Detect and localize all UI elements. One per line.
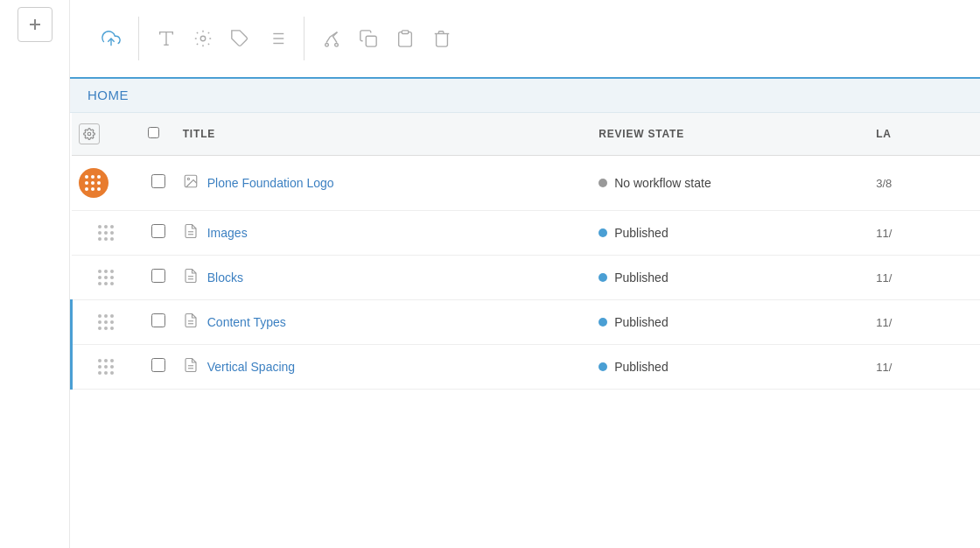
review-state-cell: Published bbox=[592, 300, 869, 345]
row-checkbox[interactable] bbox=[151, 313, 165, 327]
cut-button[interactable] bbox=[315, 22, 348, 55]
table-row: Images Published 11/ bbox=[72, 211, 981, 256]
tag-button[interactable] bbox=[223, 22, 256, 55]
title-content: Vertical Spacing bbox=[183, 357, 584, 376]
breadcrumb-home[interactable]: HOME bbox=[88, 88, 129, 102]
title-cell: Images bbox=[176, 211, 592, 256]
copy-button[interactable] bbox=[352, 22, 385, 55]
state-label: Published bbox=[614, 360, 668, 374]
delete-button[interactable] bbox=[425, 22, 458, 55]
title-cell: Blocks bbox=[176, 256, 592, 300]
item-link[interactable]: Plone Foundation Logo bbox=[207, 176, 334, 190]
review-state-cell: No workflow state bbox=[592, 156, 869, 211]
drag-handle[interactable] bbox=[80, 314, 134, 331]
column-settings[interactable] bbox=[72, 113, 107, 155]
drag-handle-cell[interactable] bbox=[72, 300, 141, 345]
title-content: Blocks bbox=[183, 268, 584, 287]
document-icon bbox=[183, 223, 199, 242]
checkbox-cell bbox=[141, 156, 176, 211]
image-icon bbox=[183, 173, 199, 193]
table-body: Plone Foundation Logo No workflow state … bbox=[72, 156, 981, 390]
svg-line-18 bbox=[333, 37, 337, 43]
drag-dots-icon bbox=[98, 314, 115, 331]
row-checkbox[interactable] bbox=[151, 174, 165, 188]
table-row: Blocks Published 11/ bbox=[72, 256, 981, 300]
last-modified-cell: 11/ bbox=[869, 345, 980, 390]
review-state: No workflow state bbox=[598, 176, 862, 190]
svg-line-15 bbox=[326, 37, 330, 43]
drag-handle-cell[interactable] bbox=[72, 345, 141, 390]
state-label: Published bbox=[614, 315, 668, 329]
select-all-checkbox[interactable] bbox=[148, 127, 159, 138]
document-icon bbox=[183, 268, 199, 287]
table-row: Vertical Spacing Published 11/ bbox=[72, 345, 981, 390]
title-cell: Plone Foundation Logo bbox=[176, 156, 592, 211]
drag-handle-highlighted[interactable] bbox=[79, 168, 108, 198]
title-cell: Content Types bbox=[176, 300, 592, 345]
table-header-row: TITLE REVIEW STATE LA bbox=[72, 113, 981, 156]
drag-handle[interactable] bbox=[80, 359, 134, 376]
sidebar bbox=[0, 0, 70, 548]
state-dot-icon bbox=[598, 179, 607, 187]
drag-handle-cell[interactable] bbox=[72, 256, 141, 300]
item-link[interactable]: Images bbox=[207, 226, 248, 240]
list-button[interactable] bbox=[260, 22, 293, 55]
state-dot-icon bbox=[598, 273, 607, 282]
review-state: Published bbox=[598, 315, 862, 329]
state-dot-icon bbox=[598, 362, 607, 371]
checkbox-cell bbox=[141, 300, 176, 345]
breadcrumb-bar: HOME bbox=[70, 79, 980, 113]
state-label: Published bbox=[614, 226, 668, 240]
review-state-cell: Published bbox=[592, 211, 869, 256]
last-modified-cell: 3/8 bbox=[869, 156, 980, 211]
column-title-header: TITLE bbox=[176, 113, 592, 156]
item-link[interactable]: Blocks bbox=[207, 270, 243, 285]
items-table: TITLE REVIEW STATE LA Plone Foun bbox=[70, 113, 980, 390]
svg-point-23 bbox=[187, 178, 189, 179]
row-checkbox[interactable] bbox=[151, 224, 165, 238]
paste-button[interactable] bbox=[388, 22, 422, 55]
title-content: Plone Foundation Logo bbox=[183, 173, 584, 193]
review-state: Published bbox=[598, 360, 862, 374]
title-content: Images bbox=[183, 223, 584, 242]
review-state: Published bbox=[598, 226, 862, 240]
settings-icon[interactable] bbox=[79, 123, 100, 144]
state-dot-icon bbox=[598, 318, 607, 327]
checkbox-cell bbox=[141, 211, 176, 256]
state-dot-icon bbox=[598, 228, 607, 237]
row-checkbox[interactable] bbox=[151, 269, 165, 283]
item-link[interactable]: Vertical Spacing bbox=[207, 360, 295, 374]
drag-handle[interactable] bbox=[79, 270, 134, 286]
checkbox-cell bbox=[141, 256, 176, 300]
drag-handle[interactable] bbox=[79, 225, 134, 242]
review-state-cell: Published bbox=[592, 256, 869, 300]
add-button[interactable] bbox=[18, 7, 52, 42]
row-checkbox[interactable] bbox=[151, 358, 165, 372]
last-modified-cell: 11/ bbox=[869, 211, 980, 256]
drag-handle-cell[interactable] bbox=[72, 156, 141, 211]
title-cell: Vertical Spacing bbox=[176, 345, 592, 390]
state-label: No workflow state bbox=[614, 176, 710, 190]
drag-dots-icon bbox=[98, 225, 115, 242]
toolbar-group-edit bbox=[304, 0, 469, 77]
content-table: TITLE REVIEW STATE LA Plone Foun bbox=[70, 113, 980, 548]
title-content: Content Types bbox=[183, 313, 584, 332]
document-icon bbox=[183, 313, 199, 332]
drag-handle-cell[interactable] bbox=[72, 211, 141, 256]
item-link[interactable]: Content Types bbox=[207, 315, 286, 329]
column-last-header: LA bbox=[869, 113, 980, 156]
text-format-button[interactable] bbox=[150, 22, 183, 55]
state-label: Published bbox=[614, 270, 668, 285]
table-row: Plone Foundation Logo No workflow state … bbox=[72, 156, 981, 211]
upload-button[interactable] bbox=[94, 22, 128, 55]
svg-point-5 bbox=[200, 36, 206, 41]
svg-rect-20 bbox=[402, 31, 408, 34]
toolbar-group-upload bbox=[84, 0, 138, 77]
table-row: Content Types Published 11/ bbox=[72, 300, 981, 345]
image-button[interactable] bbox=[186, 22, 220, 55]
main-content: HOME TITLE bbox=[70, 0, 980, 548]
svg-rect-19 bbox=[366, 36, 376, 46]
svg-point-14 bbox=[335, 44, 339, 47]
toolbar bbox=[70, 0, 980, 79]
column-checkbox bbox=[141, 113, 176, 156]
